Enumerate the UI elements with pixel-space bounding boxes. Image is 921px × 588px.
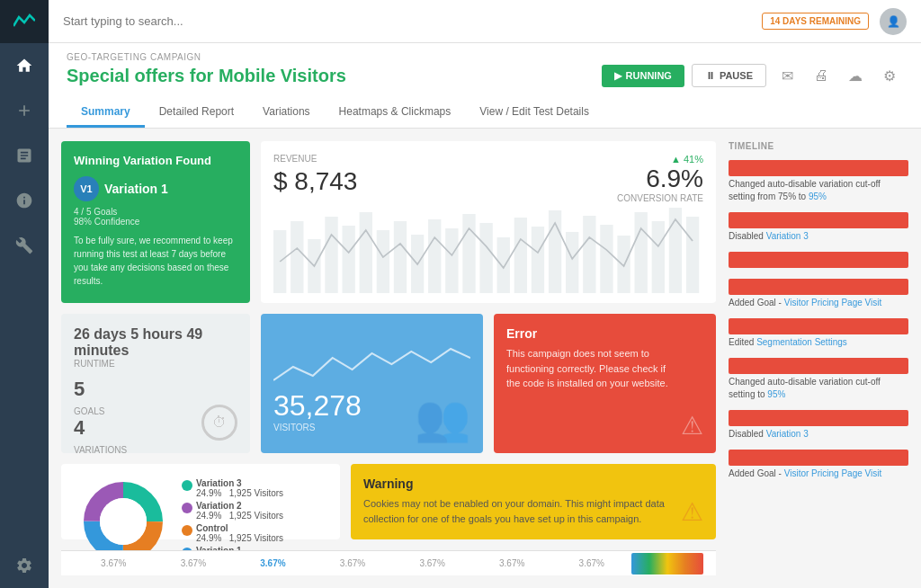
- runtime-card: 26 days 5 hours 49 minutes RUNTIME 5 GOA…: [61, 314, 250, 453]
- svg-rect-15: [532, 227, 544, 293]
- timeline-text-6: Changed auto-disable variation cut-off s…: [729, 376, 908, 401]
- tabs: Summary Detailed Report Variations Heatm…: [67, 98, 903, 128]
- legend-text-v2: Variation 2 24.9% 1,925 Visitors: [196, 501, 283, 521]
- warning-message: Cookies may not be enabled on your domai…: [363, 496, 672, 526]
- timeline-bar-6: [729, 358, 908, 374]
- tab-edit[interactable]: View / Edit Test Details: [465, 98, 604, 128]
- v1-circle: V1: [74, 176, 99, 201]
- running-button[interactable]: ▶ RUNNING: [602, 65, 684, 87]
- variation-sub: 4 / 5 Goals98% Confidence: [74, 207, 237, 227]
- pct-6: 3.67%: [472, 558, 552, 568]
- error-card: Error This campaign does not seem to fun…: [494, 314, 716, 453]
- campaign-title-row: Special offers for Mobile Visitors ▶ RUN…: [67, 62, 903, 89]
- svg-rect-5: [360, 212, 372, 293]
- timeline-text-8: Added Goal - Visitor Pricing Page Visit: [729, 468, 908, 480]
- sidebar-item-reports[interactable]: [0, 133, 49, 178]
- timeline-bar-2: [729, 212, 908, 228]
- timeline-item-7: Disabled Variation 3: [729, 410, 908, 441]
- variations-label: VARIATIONS: [74, 445, 237, 455]
- timeline-item-1: Changed auto-disable variation cut-off s…: [729, 160, 908, 203]
- timeline-bar-5: [729, 318, 908, 334]
- sidebar-item-add[interactable]: [0, 88, 49, 133]
- bottom-bar: 3.67% 3.67% 3.67% 3.67% 3.67% 3.67% 3.67…: [61, 550, 716, 575]
- logo: [0, 0, 49, 43]
- revenue-card: REVENUE $ 8,743 ▲ 41% 6.9% CONVERSION RA…: [261, 141, 716, 303]
- print-icon[interactable]: 🖨: [808, 62, 835, 89]
- conversion-rate: ▲ 41% 6.9% CONVERSION RATE: [617, 154, 703, 203]
- topbar: 14 DAYS REMAINING 👤: [49, 0, 921, 43]
- settings-icon[interactable]: ⚙: [876, 62, 903, 89]
- pause-button[interactable]: ⏸ PAUSE: [692, 64, 766, 87]
- timeline-bar-7: [729, 410, 908, 426]
- sidebar-item-tools[interactable]: [0, 223, 49, 268]
- sidebar-item-insights[interactable]: [0, 178, 49, 223]
- svg-rect-13: [497, 237, 510, 293]
- timeline-bar-4: [729, 279, 908, 295]
- timeline-text-1: Changed auto-disable variation cut-off s…: [729, 178, 908, 203]
- svg-rect-24: [686, 217, 699, 293]
- pct-1: 3.67%: [74, 558, 154, 568]
- legend-text-control: Control 24.9% 1,925 Visitors: [196, 523, 283, 543]
- timeline-bar-8: [729, 450, 908, 466]
- timeline-item-8: Added Goal - Visitor Pricing Page Visit: [729, 450, 908, 480]
- rate-change: ▲ 41%: [617, 154, 703, 165]
- visitors-chart: [273, 335, 470, 389]
- timeline-item-3: [729, 252, 908, 270]
- tab-detailed-report[interactable]: Detailed Report: [145, 98, 248, 128]
- runtime-time: 26 days 5 hours 49 minutes: [74, 326, 237, 359]
- legend-dot-v3: [182, 480, 192, 491]
- tab-heatmaps[interactable]: Heatmaps & Clickmaps: [325, 98, 466, 128]
- winning-title: Winning Variation Found: [74, 154, 237, 167]
- clock-icon: ⏱: [201, 405, 237, 441]
- svg-rect-6: [377, 230, 389, 293]
- error-icon: ⚠: [681, 411, 703, 441]
- pct-4: 3.67%: [313, 558, 393, 568]
- pct-5: 3.67%: [392, 558, 472, 568]
- svg-rect-18: [583, 216, 595, 293]
- runtime-label: RUNTIME: [74, 359, 237, 369]
- campaign-title: Special offers for Mobile Visitors: [67, 66, 346, 86]
- svg-rect-0: [273, 230, 286, 293]
- visitors-icon: 👥: [415, 392, 470, 444]
- svg-rect-7: [394, 221, 407, 293]
- legend-text-v3: Variation 3 24.9% 1,925 Visitors: [196, 478, 283, 498]
- mid-row: 26 days 5 hours 49 minutes RUNTIME 5 GOA…: [61, 314, 716, 453]
- main-area: 14 DAYS REMAINING 👤 GEO-TARGETING CAMPAI…: [49, 0, 921, 588]
- sidebar: [0, 0, 49, 588]
- timeline-title: TIMELINE: [729, 141, 908, 151]
- revenue-chart: [273, 203, 703, 293]
- campaign-label: GEO-TARGETING CAMPAIGN: [67, 52, 903, 62]
- svg-rect-19: [600, 225, 613, 293]
- timeline-sidebar: TIMELINE Changed auto-disable variation …: [729, 141, 908, 575]
- tab-variations[interactable]: Variations: [248, 98, 324, 128]
- tab-summary[interactable]: Summary: [67, 98, 145, 128]
- avatar[interactable]: 👤: [880, 8, 907, 35]
- play-icon: ▶: [614, 70, 621, 82]
- timeline-text-4: Added Goal - Visitor Pricing Page Visit: [729, 297, 908, 309]
- visitors-split-card: Variation 3 24.9% 1,925 Visitors Variati…: [61, 464, 340, 539]
- svg-rect-10: [445, 228, 458, 293]
- error-message: This campaign does not seem to functioni…: [506, 346, 672, 391]
- legend-dot-v2: [182, 503, 192, 513]
- legend-item-v2: Variation 2 24.9% 1,925 Visitors: [182, 501, 327, 521]
- svg-rect-22: [652, 221, 665, 293]
- search-input[interactable]: [63, 14, 751, 28]
- bottom-row: Variation 3 24.9% 1,925 Visitors Variati…: [61, 464, 716, 539]
- warning-icon: ⚠: [681, 497, 703, 527]
- sidebar-item-settings[interactable]: [0, 543, 49, 588]
- top-row: Winning Variation Found V1 Variation 1 4…: [61, 141, 716, 303]
- email-icon[interactable]: ✉: [773, 62, 800, 89]
- pct-7: 3.67%: [551, 558, 631, 568]
- main-content: Winning Variation Found V1 Variation 1 4…: [61, 141, 716, 575]
- svg-rect-3: [325, 217, 337, 293]
- share-icon[interactable]: ☁: [842, 62, 869, 89]
- svg-rect-9: [428, 219, 441, 293]
- timeline-text-5: Edited Segmentation Settings: [729, 336, 908, 349]
- pct-2: 3.67%: [154, 558, 234, 568]
- campaign-header: GEO-TARGETING CAMPAIGN Special offers fo…: [49, 43, 921, 129]
- visitors-card: 35,278 VISITORS 👥: [261, 314, 483, 453]
- sidebar-item-home[interactable]: [0, 43, 49, 88]
- svg-rect-11: [462, 214, 475, 293]
- pause-icon: ⏸: [705, 70, 715, 81]
- svg-rect-14: [514, 218, 527, 293]
